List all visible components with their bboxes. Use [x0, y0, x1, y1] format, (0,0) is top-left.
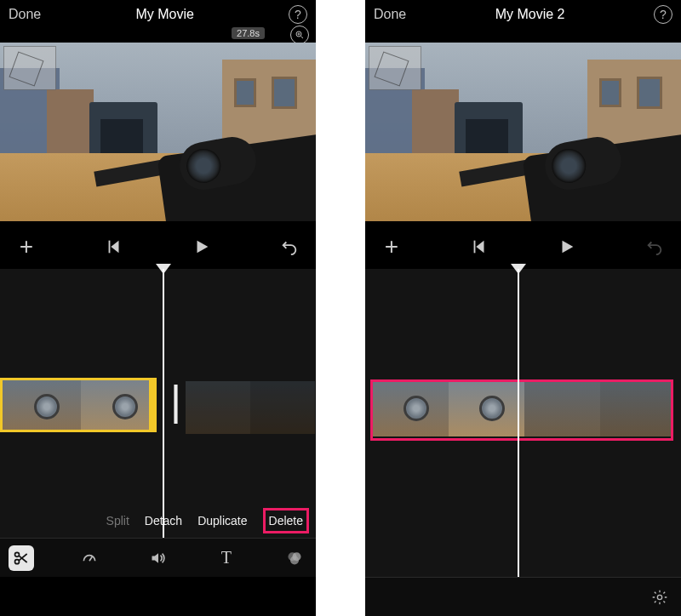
time-bar: 27.8s — [0, 27, 316, 43]
header: Done My Movie ? — [0, 0, 316, 27]
second-clip[interactable] — [186, 381, 315, 434]
clip-action-bar: Split Detach Duplicate Delete — [0, 504, 316, 538]
add-media-button[interactable]: + — [14, 234, 39, 260]
transport-bar: + — [0, 221, 316, 269]
selected-clip[interactable] — [0, 378, 157, 432]
weapon-overlay — [112, 102, 316, 221]
time-bar — [365, 27, 681, 43]
playhead-timestamp: 27.8s — [232, 27, 265, 39]
game-minimap — [3, 46, 56, 90]
bottom-toolbar: T — [0, 538, 316, 577]
text-tool[interactable]: T — [214, 545, 239, 571]
delete-action[interactable]: Delete — [263, 508, 309, 533]
timeline[interactable] — [365, 269, 681, 577]
svg-line-1 — [301, 37, 304, 39]
svg-line-11 — [89, 556, 92, 561]
weapon-overlay — [477, 102, 681, 221]
svg-marker-16 — [476, 241, 484, 254]
svg-point-19 — [657, 595, 661, 599]
zoom-icon[interactable] — [290, 26, 309, 44]
filters-tool[interactable] — [282, 545, 307, 571]
playhead[interactable] — [163, 269, 164, 538]
bottom-toolbar — [365, 577, 681, 616]
skip-back-button[interactable] — [101, 234, 127, 260]
left-screenshot: Done My Movie ? 27.8s + — [0, 0, 316, 616]
video-preview[interactable] — [365, 43, 681, 221]
duplicate-action[interactable]: Duplicate — [197, 514, 247, 528]
clip-trim-handle-right[interactable] — [149, 378, 157, 432]
header: Done My Movie 2 ? — [365, 0, 681, 27]
transport-bar: + — [365, 221, 681, 269]
svg-rect-17 — [474, 241, 476, 254]
playhead[interactable] — [518, 269, 519, 577]
project-title: My Movie — [135, 7, 193, 22]
settings-gear-icon[interactable] — [647, 585, 672, 610]
done-button[interactable]: Done — [374, 7, 406, 22]
split-action[interactable]: Split — [106, 514, 129, 528]
game-minimap — [369, 46, 421, 90]
timeline[interactable]: | Split Detach Duplicate Delete — [0, 269, 316, 538]
scissors-tool[interactable] — [9, 545, 34, 571]
undo-button[interactable] — [277, 234, 302, 260]
project-title: My Movie 2 — [495, 7, 565, 22]
play-button[interactable] — [554, 234, 580, 260]
svg-marker-6 — [197, 241, 209, 254]
svg-marker-4 — [111, 241, 118, 254]
right-screenshot: Done My Movie 2 ? + — [365, 0, 681, 616]
skip-back-button[interactable] — [466, 234, 492, 260]
svg-point-15 — [290, 556, 299, 564]
highlighted-clip-selection[interactable] — [370, 379, 673, 441]
split-indicator: | — [170, 376, 181, 425]
speed-tool[interactable] — [77, 545, 102, 571]
add-media-button[interactable]: + — [379, 234, 404, 260]
undo-button — [642, 234, 667, 260]
play-button[interactable] — [189, 234, 215, 260]
help-icon[interactable]: ? — [289, 5, 307, 24]
svg-marker-18 — [563, 241, 574, 254]
svg-rect-5 — [109, 241, 111, 254]
done-button[interactable]: Done — [9, 7, 41, 22]
volume-tool[interactable] — [146, 545, 171, 571]
video-preview[interactable] — [0, 43, 316, 221]
svg-marker-12 — [152, 553, 158, 563]
help-icon[interactable]: ? — [654, 5, 672, 24]
